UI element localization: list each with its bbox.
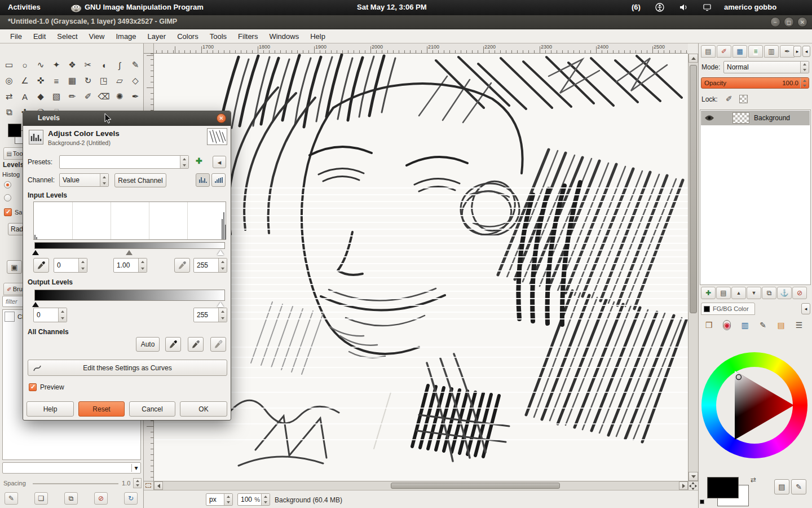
tool-clone[interactable]: ⧉ [1, 104, 17, 120]
pick-black-point-button[interactable] [33, 258, 49, 273]
refresh-brushes-button[interactable]: ↻ [124, 492, 138, 505]
scroll-right-button[interactable] [679, 481, 688, 490]
black-point-slider[interactable] [32, 250, 39, 255]
new-brush-button[interactable]: ❏ [34, 492, 48, 505]
horizontal-scrollbar[interactable] [154, 481, 688, 490]
input-black-spinbox[interactable]: 0 [54, 258, 87, 273]
histogram-linear-radio[interactable] [4, 181, 11, 189]
output-black-slider[interactable] [32, 302, 39, 307]
tool-paths[interactable]: ∫ [112, 57, 127, 73]
layer-visibility-icon[interactable] [704, 115, 714, 121]
spacing-slider[interactable] [33, 483, 118, 484]
opacity-slider[interactable]: Opacity 100.0 [701, 77, 809, 89]
new-layer-button[interactable]: ✚ [701, 287, 716, 299]
tool-paintbrush[interactable]: ✐ [80, 89, 96, 104]
input-histogram[interactable] [33, 202, 226, 240]
brush-list-item[interactable]: Cl [5, 312, 23, 322]
cancel-button[interactable]: Cancel [129, 401, 175, 417]
input-white-spinbox[interactable]: 255 [193, 258, 227, 273]
lower-layer-button[interactable]: ▼ [747, 287, 761, 299]
vertical-scrollbar[interactable] [688, 54, 698, 481]
tool-crop[interactable]: ▦ [64, 73, 80, 89]
duplicate-brush-button[interactable]: ⧉ [64, 492, 78, 505]
layer-mode-combo[interactable]: Normal [723, 61, 809, 73]
opacity-spinner[interactable] [800, 78, 809, 88]
tool-text[interactable]: A [17, 89, 33, 104]
dock-tab-paths[interactable]: ✒ [780, 45, 795, 58]
unit-spinner[interactable] [224, 494, 232, 505]
menu-view[interactable]: View [83, 30, 111, 42]
output-white-slider[interactable] [217, 302, 224, 307]
menu-layer[interactable]: Layer [142, 30, 172, 42]
presets-spinner[interactable] [180, 156, 188, 168]
foreground-color-swatch[interactable] [8, 124, 21, 137]
tool-select-by-color[interactable]: ❖ [64, 57, 80, 73]
dock-tab-layers[interactable]: ≡ [748, 45, 763, 58]
unit-combo[interactable]: px [206, 493, 233, 506]
tool-zoom[interactable]: ◎ [1, 73, 17, 89]
combo-dropdown-icon[interactable]: ▾ [131, 464, 140, 472]
auto-button[interactable]: Auto [136, 337, 160, 352]
channel-combo[interactable]: Value [59, 173, 109, 187]
saturation-triangle[interactable] [701, 352, 807, 458]
channel-spinner[interactable] [100, 174, 108, 186]
image-canvas[interactable] [154, 54, 688, 481]
app-menu-title[interactable]: GNU Image Manipulation Program [85, 3, 204, 11]
white-point-slider[interactable] [217, 250, 224, 255]
color-tab-cmyk[interactable]: ▥ [737, 318, 753, 332]
tool-ellipse-select[interactable]: ○ [17, 57, 33, 73]
color-history-button[interactable]: ▤ [774, 479, 789, 494]
edit-as-curves-button[interactable]: Edit these Settings as Curves [28, 360, 227, 376]
dock-tab-brushes[interactable]: ✐ [717, 45, 731, 58]
menu-image[interactable]: Image [110, 30, 142, 42]
tool-shear[interactable]: ▱ [112, 73, 127, 89]
presets-menu-button[interactable]: ◂ [213, 156, 226, 168]
ok-button[interactable]: OK [180, 401, 227, 417]
dock-tab-patterns[interactable]: ▦ [732, 45, 747, 58]
scroll-up-button[interactable] [689, 54, 698, 63]
color-tab-palette[interactable]: ▤ [773, 318, 789, 332]
output-gradient-strip[interactable] [34, 290, 225, 301]
ruler-origin-button[interactable] [144, 43, 154, 54]
layer-list[interactable]: Background [700, 110, 811, 285]
scroll-left-button[interactable] [154, 481, 163, 490]
color-tab-picker[interactable]: ✎ [755, 318, 771, 332]
tool-perspective[interactable]: ◇ [127, 73, 143, 89]
menu-colors[interactable]: Colors [171, 30, 204, 42]
layer-row-background[interactable]: Background [701, 111, 810, 125]
menu-edit[interactable]: Edit [28, 30, 51, 42]
message-indicator[interactable]: (6) [632, 3, 641, 11]
color-tab-scales[interactable]: ☰ [791, 318, 807, 332]
menu-windows[interactable]: Windows [263, 30, 304, 42]
color-tab-wheel[interactable]: ◉ [719, 318, 735, 332]
log-histogram-toggle[interactable] [211, 173, 226, 187]
save-tool-options-button[interactable]: ▣ [7, 260, 22, 274]
mode-spinner[interactable] [800, 62, 809, 73]
tool-airbrush[interactable]: ✺ [112, 89, 127, 104]
color-tab-paintbox[interactable]: ❒ [701, 318, 717, 332]
horizontal-ruler[interactable]: 170018001900200021002200230024002500 [154, 43, 688, 54]
sample-average-checkbox[interactable] [4, 208, 12, 216]
tool-free-select[interactable]: ∿ [33, 57, 48, 73]
input-gradient-strip[interactable] [34, 242, 225, 249]
delete-brush-button[interactable]: ⊘ [94, 492, 108, 505]
pick-white-point-button[interactable] [174, 258, 190, 273]
gamma-slider[interactable] [126, 250, 133, 255]
tool-rectangle-select[interactable]: ▭ [1, 57, 17, 73]
tool-color-picker[interactable]: ✎ [127, 57, 143, 73]
tool-foreground-select[interactable]: ◖ [96, 57, 112, 73]
brush-tag-combo[interactable]: ▾ [2, 462, 141, 474]
swap-colors-icon[interactable]: ⇄ [751, 476, 756, 484]
tool-align[interactable]: ≡ [48, 73, 64, 89]
quick-mask-toggle[interactable] [144, 481, 154, 490]
lock-pixels-icon[interactable]: ✐ [726, 94, 732, 103]
scroll-down-button[interactable] [689, 472, 698, 481]
tool-flip[interactable]: ⇄ [1, 89, 17, 104]
volume-icon[interactable] [679, 3, 688, 12]
presets-combo[interactable] [59, 155, 189, 169]
output-white-spinbox[interactable]: 255 [193, 308, 227, 322]
anchor-layer-button[interactable]: ⚓ [777, 287, 792, 299]
preview-checkbox[interactable] [29, 383, 37, 391]
tool-bucket-fill[interactable]: ◆ [33, 89, 48, 104]
levels-dialog-titlebar[interactable]: Levels ✕ [23, 111, 231, 126]
